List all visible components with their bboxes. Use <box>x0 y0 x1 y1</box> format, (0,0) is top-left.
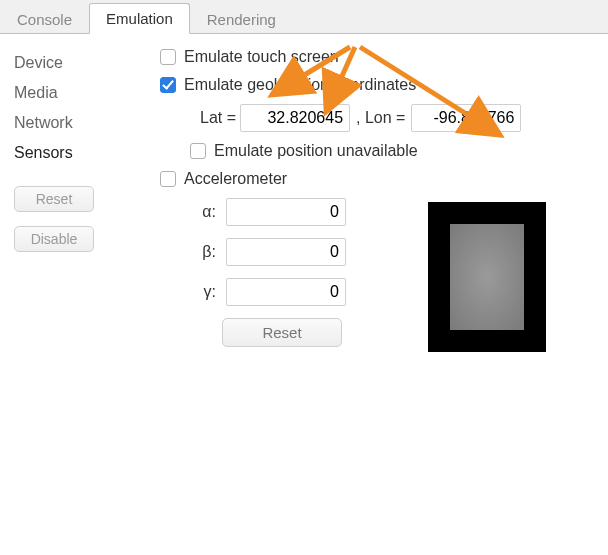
accel-reset-button[interactable]: Reset <box>222 318 342 347</box>
tab-strip: Console Emulation Rendering <box>0 0 608 34</box>
sidebar-item-sensors[interactable]: Sensors <box>14 138 125 168</box>
emulate-touch-label: Emulate touch screen <box>184 48 339 66</box>
lat-label: Lat = <box>200 109 236 127</box>
device-screen-icon <box>450 224 524 330</box>
sidebar-reset-button[interactable]: Reset <box>14 186 94 212</box>
gamma-label: γ: <box>190 283 216 301</box>
beta-input[interactable] <box>226 238 346 266</box>
sidebar: Device Media Network Sensors Reset Disab… <box>0 34 135 555</box>
emulate-geolocation-label: Emulate geolocation coordinates <box>184 76 416 94</box>
accelerometer-checkbox[interactable] <box>160 171 176 187</box>
lon-input[interactable] <box>411 104 521 132</box>
sidebar-item-network[interactable]: Network <box>14 108 125 138</box>
emulate-touch-checkbox[interactable] <box>160 49 176 65</box>
beta-label: β: <box>190 243 216 261</box>
position-unavailable-label: Emulate position unavailable <box>214 142 418 160</box>
alpha-input[interactable] <box>226 198 346 226</box>
accelerometer-label: Accelerometer <box>184 170 287 188</box>
tab-emulation[interactable]: Emulation <box>89 3 190 34</box>
sidebar-disable-button[interactable]: Disable <box>14 226 94 252</box>
gamma-input[interactable] <box>226 278 346 306</box>
device-orientation-graphic <box>428 202 546 352</box>
tab-rendering[interactable]: Rendering <box>190 4 293 34</box>
sidebar-item-device[interactable]: Device <box>14 48 125 78</box>
alpha-label: α: <box>190 203 216 221</box>
sensors-pane: Emulate touch screen Emulate geolocation… <box>135 34 608 555</box>
emulate-geolocation-checkbox[interactable] <box>160 77 176 93</box>
tab-console[interactable]: Console <box>0 4 89 34</box>
lat-input[interactable] <box>240 104 350 132</box>
lon-label: , Lon = <box>356 109 405 127</box>
position-unavailable-checkbox[interactable] <box>190 143 206 159</box>
sidebar-item-media[interactable]: Media <box>14 78 125 108</box>
